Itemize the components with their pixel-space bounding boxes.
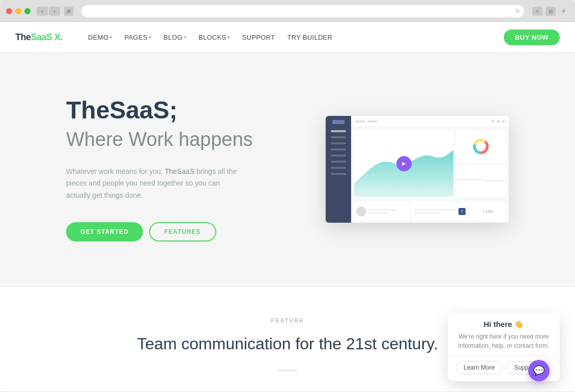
dashboard-main: ▶	[351, 116, 509, 223]
sidebar-logo	[332, 120, 344, 124]
back-button[interactable]: ‹	[37, 7, 48, 16]
nav-try-builder[interactable]: TRY BUILDER	[282, 31, 337, 44]
topbar-dot	[497, 120, 500, 123]
dashboard-topbar	[351, 116, 509, 127]
chat-message: We're right here if you need more inform…	[456, 332, 552, 350]
dashboard-bottom-row: f +190	[351, 200, 509, 223]
hero-content: TheSaaS; Where Work happens Whatever wor…	[66, 97, 300, 242]
chat-greeting: Hi there 👋	[456, 320, 552, 329]
topbar-dot	[492, 120, 495, 123]
browser-actions: ⎏ ⊟ +	[532, 7, 569, 16]
dashboard-content: ▶	[351, 127, 509, 200]
hero-description: Whatever work means for you, TheSaaS bri…	[66, 166, 239, 202]
info-panel	[456, 165, 506, 197]
nav-pages[interactable]: PAGES ▾	[120, 31, 157, 44]
navbar: TheSaaS X. DEMO ▾ PAGES ▾ BLOG ▾ BLOCKS …	[0, 22, 575, 52]
hero-preview: ▶	[300, 116, 534, 223]
chart-area: ▶	[354, 130, 453, 197]
sidebar-item	[331, 148, 346, 150]
minimize-button[interactable]	[15, 8, 21, 14]
chat-header: Hi there 👋 We're right here if you need …	[448, 313, 560, 355]
play-button[interactable]: ▶	[396, 156, 412, 171]
refresh-icon: ↻	[515, 8, 520, 15]
sidebar-item	[331, 155, 346, 157]
separator	[277, 370, 298, 371]
nav-blog[interactable]: BLOG ▾	[158, 31, 191, 44]
sidebar-item	[331, 173, 346, 175]
close-button[interactable]	[6, 8, 12, 14]
browser-chrome: ‹ › ⊞ ↻ ⎏ ⊟ +	[0, 0, 575, 22]
nav-support[interactable]: SUPPORT	[237, 31, 280, 44]
stats-panel	[456, 130, 506, 163]
blog-arrow-icon: ▾	[184, 35, 186, 40]
hero-section: TheSaaS; Where Work happens Whatever wor…	[0, 52, 575, 286]
share-button[interactable]: ⎏	[532, 7, 542, 16]
topbar-item	[355, 120, 365, 123]
sidebar-item	[331, 142, 346, 144]
sidebar-item	[331, 167, 346, 169]
nav-arrows: ‹ ›	[37, 7, 60, 16]
bottom-section: FEATURE Team communication for the 21st …	[0, 286, 575, 391]
get-started-button[interactable]: GET STARTED	[66, 222, 143, 242]
website-content: TheSaaS X. DEMO ▾ PAGES ▾ BLOG ▾ BLOCKS …	[0, 22, 575, 391]
hero-title: TheSaaS;	[66, 97, 300, 124]
sidebar-item	[331, 136, 346, 138]
maximize-button[interactable]	[24, 8, 31, 14]
traffic-lights	[6, 8, 31, 14]
dashboard-sidebar	[326, 116, 351, 223]
hero-buttons: GET STARTED FEATURES	[66, 222, 300, 242]
split-button[interactable]: ⊟	[545, 7, 556, 16]
forward-button[interactable]: ›	[49, 7, 60, 16]
nav-demo[interactable]: DEMO ▾	[83, 31, 118, 44]
chat-fab-button[interactable]: 💬	[528, 360, 550, 381]
topbar-item	[367, 120, 378, 123]
new-tab-button[interactable]: +	[559, 7, 569, 16]
address-bar[interactable]: ↻	[81, 5, 524, 17]
blocks-arrow-icon: ▾	[227, 35, 229, 40]
hero-subtitle: Where Work happens	[66, 128, 300, 152]
learn-more-button[interactable]: Learn More	[456, 361, 502, 374]
features-button[interactable]: FEATURES	[149, 222, 216, 242]
sidebar-item	[331, 130, 346, 132]
chat-icon: 💬	[533, 365, 544, 376]
donut-chart-svg	[472, 137, 490, 156]
tab-button[interactable]: ⊞	[64, 7, 73, 16]
right-panels	[456, 130, 506, 197]
demo-arrow-icon: ▾	[110, 35, 112, 40]
nav-links: DEMO ▾ PAGES ▾ BLOG ▾ BLOCKS ▾ SUPPORT T…	[83, 31, 504, 44]
pages-arrow-icon: ▾	[149, 35, 151, 40]
nav-blocks[interactable]: BLOCKS ▾	[193, 31, 235, 44]
sidebar-item	[331, 161, 346, 163]
topbar-dot	[502, 120, 505, 123]
dashboard-mockup: ▶	[326, 116, 509, 223]
brand-logo[interactable]: TheSaaS X.	[15, 32, 63, 43]
buy-now-button[interactable]: BUY NOW	[504, 29, 560, 45]
